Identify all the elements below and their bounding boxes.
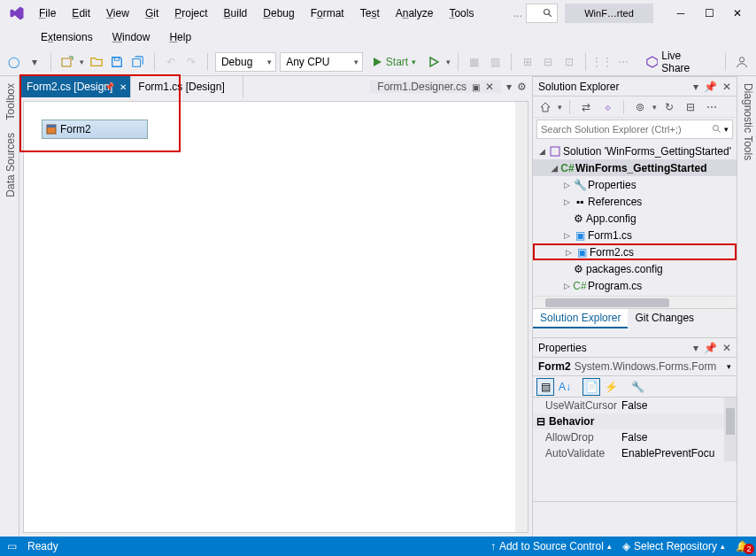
undo-button[interactable]: ↶	[162, 53, 180, 71]
account-button[interactable]	[733, 53, 751, 71]
expander-icon[interactable]: ◢	[536, 147, 547, 156]
align-btn-2[interactable]: ⊟	[540, 53, 558, 71]
menu-analyze[interactable]: Analyze	[389, 4, 441, 23]
tree-references[interactable]: ▷ ▪▪ References	[533, 193, 737, 210]
se-home-icon[interactable]	[536, 98, 554, 116]
redo-button[interactable]: ↷	[182, 53, 200, 71]
tab-form1-design[interactable]: Form1.cs [Design]	[131, 76, 243, 97]
menu-debug[interactable]: Debug	[256, 4, 301, 23]
tree-project[interactable]: ◢ C# WinForms_GettingStarted	[533, 159, 737, 176]
output-icon[interactable]: ▭	[7, 540, 17, 552]
events-icon[interactable]: ⚡	[602, 378, 620, 396]
tab-form2-design[interactable]: Form2.cs [Design] 📌 ✕	[19, 76, 131, 97]
datasources-tab[interactable]: Data Sources	[4, 133, 17, 197]
maximize-button[interactable]: ☐	[696, 4, 722, 23]
save-all-button[interactable]	[129, 53, 147, 71]
tab-designer-preview[interactable]: Form1.Designer.cs ▣ ✕	[370, 81, 501, 93]
tree-properties[interactable]: ▷ 🔧 Properties	[533, 176, 737, 193]
properties-icon[interactable]: 📄	[582, 378, 600, 396]
menu-tools[interactable]: Tools	[442, 4, 481, 23]
se-sync-icon[interactable]: ⊚	[631, 98, 649, 116]
platform-combo[interactable]: Any CPU	[280, 52, 363, 72]
align-btn-4[interactable]: ⋮⋮	[593, 53, 611, 71]
config-combo[interactable]: Debug	[215, 52, 276, 72]
panel-close-icon[interactable]: ✕	[722, 342, 731, 354]
tab-solution-explorer[interactable]: Solution Explorer	[533, 309, 628, 328]
diagnostic-tools-tab[interactable]: Diagnostic Tools	[742, 83, 754, 160]
menu-test[interactable]: Test	[353, 4, 387, 23]
menu-format[interactable]: Format	[304, 4, 351, 23]
tree-program[interactable]: ▷ C# Program.cs	[533, 277, 737, 294]
save-button[interactable]	[108, 53, 126, 71]
back-button[interactable]: ◯	[5, 53, 23, 71]
panel-dropdown-icon[interactable]: ▾	[693, 342, 698, 354]
status-notifications[interactable]: 🔔 2	[736, 540, 749, 552]
prop-row[interactable]: AllowDrop False	[533, 429, 737, 445]
menu-git[interactable]: Git	[138, 4, 166, 23]
tree-form2[interactable]: ▷ ▣ Form2.cs	[533, 243, 737, 260]
nav-dropdown[interactable]: ▾	[27, 53, 44, 71]
status-repo[interactable]: ◈ Select Repository ▴	[622, 540, 725, 552]
align-btn-1[interactable]: ⊞	[519, 53, 536, 71]
se-refresh-icon[interactable]: ↻	[660, 98, 678, 116]
alphabetical-icon[interactable]: A↓	[556, 378, 574, 396]
expander-icon[interactable]: ▷	[561, 181, 572, 189]
tab-gear-icon[interactable]: ⚙	[517, 81, 527, 93]
panel-dropdown-icon[interactable]: ▾	[693, 81, 698, 93]
tree-form1[interactable]: ▷ ▣ Form1.cs	[533, 227, 737, 243]
menu-edit[interactable]: Edit	[65, 4, 97, 23]
expander-icon[interactable]: ▷	[561, 197, 572, 206]
menu-build[interactable]: Build	[217, 4, 255, 23]
close-tab-icon[interactable]: ✕	[120, 82, 127, 92]
toolbox-tab[interactable]: Toolbox	[4, 83, 17, 120]
close-button[interactable]: ✕	[724, 4, 751, 23]
solution-search[interactable]: ▾	[536, 120, 733, 139]
properties-object-selector[interactable]: Form2 System.Windows.Forms.Form ▾	[533, 358, 737, 376]
promote-tab-icon[interactable]: ▣	[472, 82, 480, 92]
panel-pin-icon[interactable]: 📌	[704, 81, 717, 93]
se-switch-views-icon[interactable]: ⇄	[577, 98, 595, 116]
panel-pin-icon[interactable]: 📌	[704, 342, 717, 354]
menu-extensions[interactable]: Extensions	[32, 29, 102, 45]
prop-row[interactable]: UseWaitCursor False	[533, 398, 737, 413]
pin-icon[interactable]: 📌	[104, 82, 114, 91]
tab-dropdown-icon[interactable]: ▾	[506, 81, 512, 93]
align-btn-3[interactable]: ⊡	[560, 53, 578, 71]
form-designer[interactable]: Form2	[42, 120, 148, 139]
quick-launch-search[interactable]	[526, 4, 558, 23]
expander-icon[interactable]: ▷	[561, 231, 572, 240]
solution-search-input[interactable]	[541, 124, 712, 135]
se-pending-icon[interactable]: ⟐	[598, 98, 616, 116]
se-collapse-icon[interactable]: ⊟	[682, 98, 699, 116]
property-pages-icon[interactable]: 🔧	[629, 378, 646, 396]
menu-help[interactable]: Help	[160, 29, 200, 45]
menu-view[interactable]: View	[99, 4, 136, 23]
liveshare-button[interactable]: Live Share	[639, 50, 719, 74]
prop-category[interactable]: ⊟ Behavior	[533, 413, 737, 429]
tree-appconfig[interactable]: ⚙ App.config	[533, 210, 737, 227]
collapse-icon[interactable]: ⊟	[536, 415, 545, 428]
tab-git-changes[interactable]: Git Changes	[628, 309, 701, 328]
layout-btn-1[interactable]: ▦	[466, 53, 483, 71]
layout-btn-2[interactable]: ▥	[486, 53, 504, 71]
expander-icon[interactable]: ◢	[549, 164, 559, 173]
menu-file[interactable]: File	[32, 4, 63, 23]
start-button[interactable]: Start ▾	[366, 56, 421, 68]
new-project-button[interactable]	[58, 53, 76, 71]
menu-window[interactable]: Window	[104, 29, 159, 45]
tree-solution[interactable]: ◢ Solution 'WinForms_GettingStarted'	[533, 143, 737, 159]
tree-packages[interactable]: ⚙ packages.config	[533, 260, 737, 277]
prop-row[interactable]: AutoValidate EnablePreventFocu	[533, 445, 737, 461]
design-surface[interactable]: Form2	[23, 101, 528, 533]
start-without-debug-button[interactable]	[425, 53, 443, 71]
expander-icon[interactable]: ▷	[563, 248, 574, 257]
categorized-icon[interactable]: ▤	[536, 378, 554, 396]
expander-icon[interactable]: ▷	[561, 282, 572, 290]
minimize-button[interactable]: ─	[667, 4, 694, 23]
panel-close-icon[interactable]: ✕	[722, 81, 731, 93]
close-preview-icon[interactable]: ✕	[485, 81, 494, 93]
menu-project[interactable]: Project	[167, 4, 214, 23]
align-btn-5[interactable]: ⋯	[614, 53, 632, 71]
se-showall-icon[interactable]: ⋯	[703, 98, 721, 116]
horizontal-scrollbar[interactable]	[533, 296, 737, 308]
